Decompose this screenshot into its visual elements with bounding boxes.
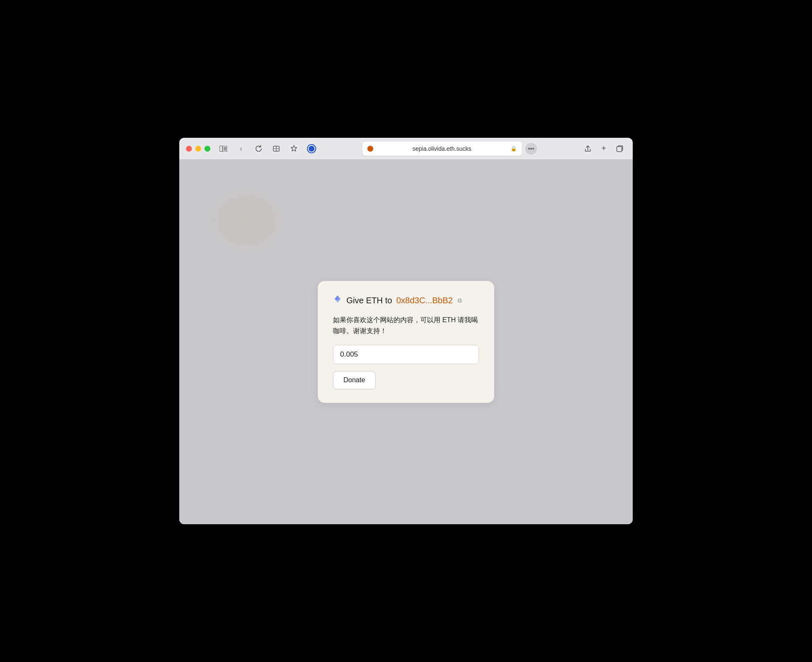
share-button[interactable]	[581, 142, 594, 155]
donate-button[interactable]: Donate	[333, 371, 376, 389]
svg-rect-8	[617, 147, 622, 152]
translate-button[interactable]	[270, 142, 283, 155]
amount-input[interactable]	[333, 345, 479, 364]
reload-button[interactable]	[252, 142, 265, 155]
url-text: sepia.olivida.eth.sucks	[377, 145, 507, 152]
background-blob	[213, 193, 280, 248]
wallet-address: 0x8d3C...BbB2	[396, 296, 453, 305]
copy-icon[interactable]: ⧉	[458, 297, 462, 304]
sidebar-toggle-button[interactable]	[217, 142, 230, 155]
favicon	[367, 146, 373, 152]
browser-window: ‹ sepia.olivida.et	[179, 138, 633, 524]
minimize-button[interactable]	[195, 146, 201, 152]
more-button[interactable]: •••	[525, 143, 537, 155]
titlebar: ‹ sepia.olivida.et	[179, 138, 633, 160]
traffic-lights	[186, 146, 210, 152]
title-prefix: Give ETH to	[346, 296, 392, 305]
address-bar[interactable]: sepia.olivida.eth.sucks 🔒	[362, 142, 522, 156]
lock-icon: 🔒	[511, 146, 517, 152]
tabs-button[interactable]	[613, 142, 626, 155]
address-bar-container: sepia.olivida.eth.sucks 🔒 •••	[323, 142, 576, 156]
donation-card: Give ETH to 0x8d3C...BbB2 ⧉ 如果你喜欢这个网站的内容…	[318, 281, 494, 402]
description-text: 如果你喜欢这个网站的内容，可以用 ETH 请我喝咖啡。谢谢支持！	[333, 315, 479, 336]
new-tab-button[interactable]: +	[597, 142, 610, 155]
ethereum-icon	[333, 294, 342, 306]
svg-rect-0	[220, 146, 223, 152]
right-toolbar: +	[581, 142, 626, 155]
close-button[interactable]	[186, 146, 192, 152]
back-button[interactable]: ‹	[235, 142, 247, 155]
svg-marker-12	[335, 295, 338, 301]
active-extension-button[interactable]	[305, 142, 318, 155]
maximize-button[interactable]	[204, 146, 210, 152]
extensions-button[interactable]	[288, 142, 300, 155]
card-title: Give ETH to 0x8d3C...BbB2 ⧉	[333, 294, 479, 306]
page-content: Give ETH to 0x8d3C...BbB2 ⧉ 如果你喜欢这个网站的内容…	[179, 160, 633, 524]
